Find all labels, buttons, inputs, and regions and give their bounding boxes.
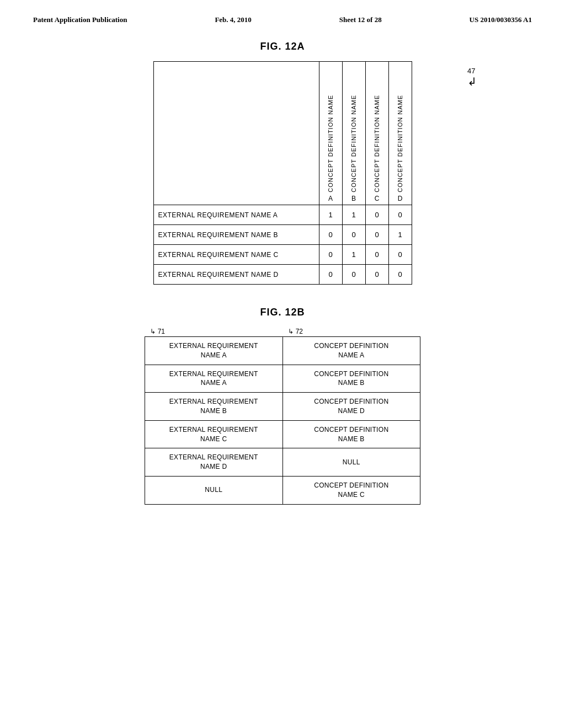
fig12a-row-label: EXTERNAL REQUIREMENT NAME B: [153, 225, 319, 245]
fig12a-cell: 1: [388, 225, 412, 245]
header-sheet: Sheet 12 of 28: [339, 15, 382, 24]
fig12a-col-d-header: CONCEPT DEFINITION NAME D: [388, 62, 412, 205]
main-content: FIG. 12A CONCEPT DEFINITION NAME A: [0, 30, 565, 516]
fig12b-row: NULLCONCEPT DEFINITION NAME C: [145, 476, 420, 504]
fig12a-col-d-text: CONCEPT DEFINITION NAME: [397, 95, 403, 192]
fig12b-title: FIG. 12B: [44, 307, 521, 318]
fig12a-col-d-letter: D: [398, 195, 403, 205]
fig12a-empty-cell: [153, 62, 319, 205]
col71-arrow: ↳: [150, 328, 156, 335]
fig12a-cell: 0: [365, 225, 388, 245]
fig12b-row: EXTERNAL REQUIREMENT NAME ACONCEPT DEFIN…: [145, 365, 420, 393]
fig12a-row-label: EXTERNAL REQUIREMENT NAME C: [153, 245, 319, 265]
col72-number: 72: [296, 328, 303, 335]
fig12a-cell: 1: [319, 205, 342, 225]
fig12b-row: EXTERNAL REQUIREMENT NAME CCONCEPT DEFIN…: [145, 420, 420, 448]
fig12b-right-cell: CONCEPT DEFINITION NAME A: [282, 337, 420, 365]
fig12a-title: FIG. 12A: [44, 41, 521, 52]
fig12b-row: EXTERNAL REQUIREMENT NAME BCONCEPT DEFIN…: [145, 393, 420, 421]
fig12a-container: FIG. 12A CONCEPT DEFINITION NAME A: [44, 41, 521, 285]
fig12a-col-b-header: CONCEPT DEFINITION NAME B: [342, 62, 365, 205]
fig12a-cell: 0: [388, 265, 412, 285]
fig12a-col-c-text: CONCEPT DEFINITION NAME: [374, 95, 380, 192]
fig12b-left-cell: EXTERNAL REQUIREMENT NAME D: [145, 448, 283, 477]
fig12a-col-c-header: CONCEPT DEFINITION NAME C: [365, 62, 388, 205]
fig12a-cell: 0: [342, 225, 365, 245]
fig12a-row: EXTERNAL REQUIREMENT NAME C0100: [153, 245, 412, 265]
fig12b-left-cell: NULL: [145, 476, 283, 504]
fig12a-cell: 0: [342, 265, 365, 285]
fig12a-cell: 0: [365, 245, 388, 265]
fig12b-right-cell: CONCEPT DEFINITION NAME D: [282, 393, 420, 421]
fig12b-left-cell: EXTERNAL REQUIREMENT NAME B: [145, 393, 283, 421]
header-patent-number: US 2010/0030356 A1: [470, 15, 532, 24]
fig12a-row: EXTERNAL REQUIREMENT NAME B0001: [153, 225, 412, 245]
fig12a-cell: 1: [342, 245, 365, 265]
fig12b-container: FIG. 12B ↳ 71 ↳ 72 EXTERNAL REQUIREMENT …: [44, 307, 521, 505]
fig12a-col-a-text: CONCEPT DEFINITION NAME: [327, 95, 334, 192]
fig12b-right-cell: NULL: [282, 448, 420, 477]
fig12a-cell: 0: [319, 265, 342, 285]
fig12a-col-b-text: CONCEPT DEFINITION NAME: [350, 95, 357, 192]
fig12a-cell: 0: [388, 205, 412, 225]
fig12b-row: EXTERNAL REQUIREMENT NAME DNULL: [145, 448, 420, 477]
fig12a-cell: 0: [319, 245, 342, 265]
fig12a-row-label: EXTERNAL REQUIREMENT NAME A: [153, 205, 319, 225]
fig12a-row: EXTERNAL REQUIREMENT NAME A1100: [153, 205, 412, 225]
fig12b-right-cell: CONCEPT DEFINITION NAME B: [282, 420, 420, 448]
arrow-47-label: 47 ↳: [467, 67, 477, 88]
fig12b-col71-label: ↳ 71: [145, 327, 282, 335]
arrow-47-symbol: ↳: [467, 75, 477, 88]
col71-number: 71: [158, 328, 165, 335]
fig12a-col-a-header: CONCEPT DEFINITION NAME A: [319, 62, 342, 205]
fig12a-cell: 0: [365, 205, 388, 225]
fig12a-cell: 0: [319, 225, 342, 245]
page-header: Patent Application Publication Feb. 4, 2…: [0, 0, 565, 30]
fig12a-table: CONCEPT DEFINITION NAME A CONCEPT DEFINI…: [153, 61, 412, 285]
fig12a-col-c-letter: C: [375, 195, 380, 205]
fig12b-left-cell: EXTERNAL REQUIREMENT NAME C: [145, 420, 283, 448]
fig12a-table-wrapper: CONCEPT DEFINITION NAME A CONCEPT DEFINI…: [44, 61, 521, 285]
fig12b-left-cell: EXTERNAL REQUIREMENT NAME A: [145, 365, 283, 393]
header-date: Feb. 4, 2010: [215, 15, 251, 24]
fig12b-table: EXTERNAL REQUIREMENT NAME ACONCEPT DEFIN…: [145, 336, 420, 505]
fig12a-cell: 1: [342, 205, 365, 225]
fig12a-col-b-letter: B: [351, 195, 356, 205]
fig12a-cell: 0: [388, 245, 412, 265]
fig12b-label-row: ↳ 71 ↳ 72: [145, 327, 420, 335]
fig12b-row: EXTERNAL REQUIREMENT NAME ACONCEPT DEFIN…: [145, 337, 420, 365]
col72-arrow: ↳: [288, 328, 294, 335]
fig12a-row: EXTERNAL REQUIREMENT NAME D0000: [153, 265, 412, 285]
fig12b-col72-label: ↳ 72: [282, 327, 420, 335]
fig12a-col-a-letter: A: [328, 195, 333, 205]
fig12b-left-cell: EXTERNAL REQUIREMENT NAME A: [145, 337, 283, 365]
fig12b-right-cell: CONCEPT DEFINITION NAME C: [282, 476, 420, 504]
fig12a-cell: 0: [365, 265, 388, 285]
arrow-47-number: 47: [467, 67, 475, 75]
fig12b-right-cell: CONCEPT DEFINITION NAME B: [282, 365, 420, 393]
fig12a-row-label: EXTERNAL REQUIREMENT NAME D: [153, 265, 319, 285]
header-publication: Patent Application Publication: [33, 15, 127, 24]
